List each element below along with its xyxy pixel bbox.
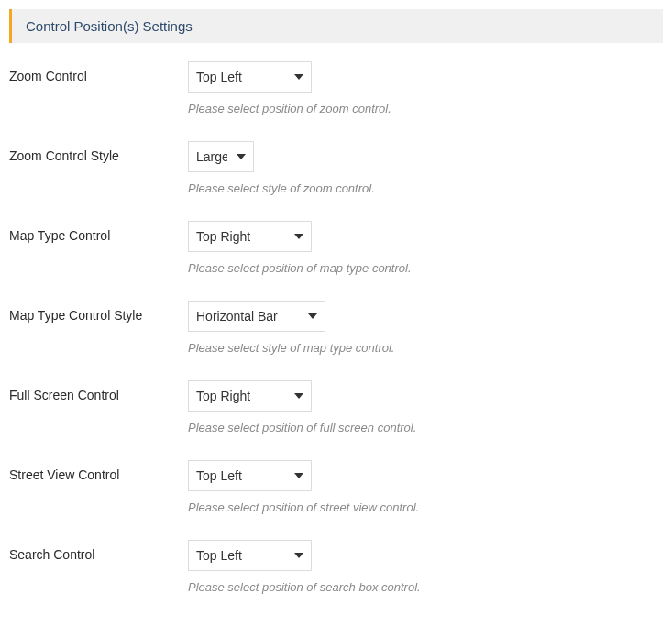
setting-description: Please select position of street view co… bbox=[188, 500, 663, 514]
zoom-control-select[interactable]: Top Left bbox=[188, 61, 312, 93]
setting-label: Map Type Control Style bbox=[9, 301, 188, 323]
setting-label: Zoom Control Style bbox=[9, 141, 188, 163]
settings-body: Zoom Control Top Left Please select posi… bbox=[0, 43, 672, 626]
setting-row-search-control: Search Control Top Left Please select po… bbox=[9, 540, 663, 594]
setting-row-map-type-control: Map Type Control Top Right Please select… bbox=[9, 221, 663, 275]
street-view-control-select[interactable]: Top Left bbox=[188, 460, 312, 491]
setting-row-zoom-control-style: Zoom Control Style Large Please select s… bbox=[9, 141, 663, 195]
search-control-select[interactable]: Top Left bbox=[188, 540, 312, 571]
panel-header: Control Position(s) Settings bbox=[9, 9, 663, 43]
setting-label: Full Screen Control bbox=[9, 380, 188, 402]
setting-label: Street View Control bbox=[9, 460, 188, 482]
full-screen-control-select[interactable]: Top Right bbox=[188, 380, 312, 412]
setting-row-map-type-control-style: Map Type Control Style Horizontal Bar Pl… bbox=[9, 301, 663, 355]
setting-description: Please select position of zoom control. bbox=[188, 102, 663, 115]
setting-description: Please select position of search box con… bbox=[188, 580, 663, 594]
setting-description: Please select style of map type control. bbox=[188, 341, 663, 355]
setting-row-zoom-control: Zoom Control Top Left Please select posi… bbox=[9, 61, 663, 115]
setting-description: Please select style of zoom control. bbox=[188, 181, 663, 195]
setting-row-street-view-control: Street View Control Top Left Please sele… bbox=[9, 460, 663, 514]
setting-row-full-screen-control: Full Screen Control Top Right Please sel… bbox=[9, 380, 663, 434]
map-type-control-select[interactable]: Top Right bbox=[188, 221, 312, 252]
setting-description: Please select position of map type contr… bbox=[188, 261, 663, 275]
setting-label: Map Type Control bbox=[9, 221, 188, 243]
zoom-control-style-select[interactable]: Large bbox=[188, 141, 254, 172]
setting-description: Please select position of full screen co… bbox=[188, 421, 663, 434]
setting-label: Search Control bbox=[9, 540, 188, 562]
map-type-control-style-select[interactable]: Horizontal Bar bbox=[188, 301, 325, 332]
setting-label: Zoom Control bbox=[9, 61, 188, 83]
panel-title: Control Position(s) Settings bbox=[26, 18, 649, 34]
